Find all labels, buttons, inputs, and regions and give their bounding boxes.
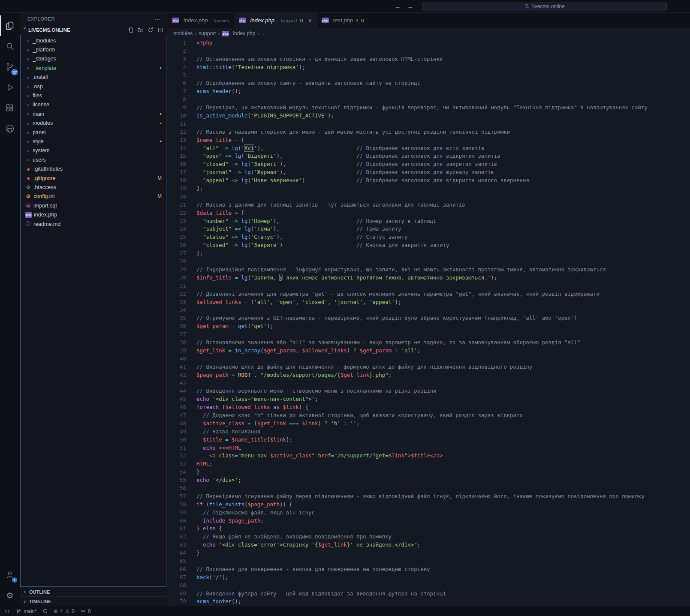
code-line[interactable]: 11	[167, 120, 690, 128]
tree-folder-files[interactable]: ›files	[21, 91, 166, 100]
new-file-icon[interactable]	[128, 27, 134, 33]
code-line[interactable]: 37	[167, 331, 690, 339]
collapse-all-icon[interactable]	[157, 27, 163, 33]
code-line[interactable]: 17 "journal" => lg('Журнал'), // Відобра…	[167, 168, 690, 177]
code-line[interactable]: 63 echo "<div class='error'>Сторінку '{$…	[167, 541, 690, 549]
code-line[interactable]: 2	[167, 47, 690, 55]
run-debug-icon[interactable]	[0, 77, 20, 98]
explorer-icon[interactable]	[0, 15, 20, 36]
code-line[interactable]: 47 // Додаємо клас "h" тільки до активно…	[167, 412, 690, 420]
code-line[interactable]: 60 include $page_path;	[167, 517, 690, 525]
code-line[interactable]: 4html::title('Технічна підтримка');	[167, 63, 690, 72]
tree-folder-system[interactable]: ›system	[21, 146, 166, 155]
tree-file-.htaccess[interactable]: ⚙.htaccess	[21, 183, 166, 192]
code-line[interactable]: 59 // Підключаємо файл, якщо він існує	[167, 509, 690, 517]
history-forward-icon[interactable]: →	[407, 3, 413, 10]
tree-folder-_platform[interactable]: ›_platform	[21, 45, 166, 54]
code-line[interactable]: 18 "appeal" => lg('Нове звернення') // В…	[167, 177, 690, 185]
code-line[interactable]: 56	[167, 484, 690, 493]
code-line[interactable]: 24 "subject" => lg('Тема'), // Тема запи…	[167, 225, 690, 233]
tree-folder-.osp[interactable]: ›.osp	[21, 82, 166, 91]
timeline-section[interactable]: › TIMELINE	[20, 596, 167, 606]
tree-folder-_modules[interactable]: ›_modules	[21, 36, 166, 45]
code-line[interactable]: 34	[167, 306, 690, 314]
code-line[interactable]: 64}	[167, 549, 690, 557]
code-line[interactable]: 26 "closed" => lg('Закрити') // Кнопка д…	[167, 241, 690, 249]
code-line[interactable]: 61} else {	[167, 525, 690, 533]
project-root-row[interactable]: › LIVECMS.ONLINE	[20, 25, 167, 35]
code-line[interactable]: 12// Массив з назвами сторінок для меню …	[167, 128, 690, 136]
code-line[interactable]: 3// Встановлення заголовка сторінки - ця…	[167, 55, 690, 63]
code-line[interactable]: 28	[167, 258, 690, 266]
code-line[interactable]: 6// Відображення заголовку сайту - вивод…	[167, 79, 690, 87]
code-line[interactable]: 7acms_header();	[167, 87, 690, 96]
github-icon[interactable]	[0, 118, 20, 139]
code-line[interactable]: 55echo '</div>';	[167, 476, 690, 484]
extensions-icon[interactable]	[0, 98, 20, 118]
history-back-icon[interactable]: ←	[395, 3, 401, 10]
code-line[interactable]: 13$name_title = [	[167, 136, 690, 144]
code-line[interactable]: 54}	[167, 468, 690, 476]
code-line[interactable]: 27];	[167, 249, 690, 258]
code-line[interactable]: 65	[167, 557, 690, 565]
code-area[interactable]: 1<?php23// Встановлення заголовка сторін…	[167, 39, 690, 606]
code-line[interactable]: 30$info_title = lg('Запити, у яких немає…	[167, 274, 690, 282]
code-line[interactable]: 58if (file_exists($page_path)) {	[167, 501, 690, 509]
code-line[interactable]: 70acms_footer();	[167, 598, 690, 606]
code-line[interactable]: 21// Массив з даними для таблиці запитів…	[167, 201, 690, 209]
code-line[interactable]: 57// Перевіряємо існування файлу перед п…	[167, 493, 690, 501]
search-sidebar-icon[interactable]	[0, 36, 20, 57]
code-line[interactable]: 25 "status" => lg('Статус'), // Статус з…	[167, 233, 690, 241]
git-branch-item[interactable]: main*	[16, 608, 37, 614]
command-center-search[interactable]: livecms.online	[422, 2, 667, 11]
close-icon[interactable]: ×	[308, 17, 312, 24]
code-line[interactable]: 5	[167, 72, 690, 80]
code-line[interactable]: 68	[167, 582, 690, 590]
breadcrumb-item[interactable]: ...	[261, 30, 265, 36]
remote-indicator[interactable]	[4, 608, 10, 614]
tree-file-index.php[interactable]: phpindex.php	[21, 210, 166, 219]
tab-index.php[interactable]: phpindex.php...\supportU×	[234, 13, 317, 28]
source-control-icon[interactable]: 37	[0, 57, 20, 77]
code-line[interactable]: 69// Виведення футера сайту - цей код ві…	[167, 590, 690, 598]
code-line[interactable]: 33$allowed_links = ['all', 'open', 'clos…	[167, 298, 690, 306]
tree-folder-style[interactable]: ›style●	[21, 137, 166, 146]
code-line[interactable]: 48 $active_class = ($get_link === $link)…	[167, 420, 690, 428]
code-line[interactable]: 66// Посилання для повернення - кнопка д…	[167, 565, 690, 574]
code-line[interactable]: 8	[167, 96, 690, 104]
settings-gear-icon[interactable]: ⚙	[0, 585, 20, 606]
tab-index.php[interactable]: phpindex.php...\games	[167, 13, 234, 28]
code-line[interactable]: 35// Отримуємо значення з GET-параметра …	[167, 314, 690, 322]
sync-button[interactable]	[42, 608, 48, 614]
code-line[interactable]: 42$page_path = ROOT . "/modules/support/…	[167, 371, 690, 379]
code-line[interactable]: 23 "number" => lg('Номер'), // Номер зап…	[167, 217, 690, 225]
tree-file-.gitattributes[interactable]: ◆.gitattributes	[21, 164, 166, 173]
breadcrumb-item[interactable]: support	[199, 30, 216, 36]
code-line[interactable]: 49 // Назва посилання	[167, 428, 690, 436]
tree-folder-users[interactable]: ›users	[21, 155, 166, 164]
problems-item[interactable]: ⊗ 4 ⚠ 0	[54, 608, 75, 614]
tree-folder-_storages[interactable]: ›_storages	[21, 54, 166, 63]
ports-item[interactable]: 0	[80, 608, 91, 614]
breadcrumb-item[interactable]: modules	[173, 30, 193, 36]
code-line[interactable]: 22$data_title = [	[167, 209, 690, 217]
code-line[interactable]: 39$get_link = in_array($get_param, $allo…	[167, 347, 690, 355]
code-line[interactable]: 45echo '<div class="menu-nav-content">';	[167, 395, 690, 403]
outline-section[interactable]: › OUTLINE	[20, 587, 167, 596]
tree-folder-_template[interactable]: ›_template●	[21, 63, 166, 72]
code-line[interactable]: 36$get_param = get('get');	[167, 322, 690, 331]
tree-file-readme.md[interactable]: ⓘreadme.md	[21, 219, 166, 228]
code-line[interactable]: 50 $title = $name_title[$link];	[167, 436, 690, 444]
code-line[interactable]: 16 "closed" => lg('Закриті'), // Відобра…	[167, 160, 690, 168]
code-line[interactable]: 41// Визначаємо шлях до файлу для підклю…	[167, 363, 690, 371]
tree-folder-.install[interactable]: ›.install	[21, 73, 166, 82]
code-line[interactable]: 38// Встановлюємо значення або "all" за …	[167, 339, 690, 347]
tree-file-.gitignore[interactable]: ◆.gitignoreM	[21, 174, 166, 183]
refresh-icon[interactable]	[148, 27, 154, 33]
code-line[interactable]: 40	[167, 355, 690, 363]
explorer-more-actions-icon[interactable]: ⋯	[154, 15, 161, 22]
code-line[interactable]: 10is_active_module('PLUGINS_SUPPORT_ACTI…	[167, 112, 690, 120]
breadcrumb-item[interactable]: phpindex.php	[222, 30, 255, 36]
code-line[interactable]: 32// Дозволені значення для параметра 'g…	[167, 290, 690, 298]
tree-folder-panel[interactable]: ›panel	[21, 128, 166, 137]
